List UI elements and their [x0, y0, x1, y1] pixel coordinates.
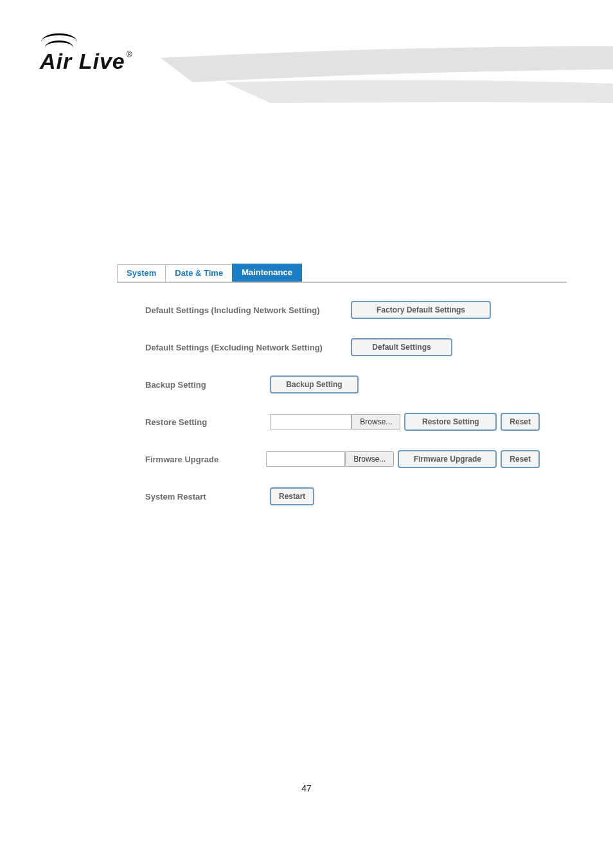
tab-maintenance[interactable]: Maintenance [232, 264, 302, 282]
label-default-exclude: Default Settings (Excluding Network Sett… [145, 343, 351, 352]
row-restart: System Restart Restart [145, 487, 544, 505]
row-backup: Backup Setting Backup Setting [145, 375, 544, 393]
label-restore: Restore Setting [145, 417, 270, 427]
firmware-browse-button[interactable]: Browse... [345, 451, 394, 467]
logo-arcs-icon [41, 32, 149, 50]
tabs: System Date & Time Maintenance [117, 264, 567, 282]
row-default-exclude: Default Settings (Excluding Network Sett… [145, 338, 544, 356]
logo: Air Live® [40, 36, 149, 74]
restore-setting-button[interactable]: Restore Setting [404, 413, 497, 431]
row-firmware: Firmware Upgrade Browse... Firmware Upgr… [145, 450, 544, 468]
maintenance-figure: System Date & Time Maintenance Default S… [117, 264, 567, 525]
firmware-reset-button[interactable]: Reset [501, 450, 540, 468]
tab-system[interactable]: System [117, 264, 166, 282]
factory-default-button[interactable]: Factory Default Settings [351, 301, 491, 319]
firmware-upgrade-button[interactable]: Firmware Upgrade [398, 450, 497, 468]
restore-file-input[interactable] [270, 414, 352, 429]
restart-button[interactable]: Restart [270, 487, 314, 505]
registered-mark: ® [127, 50, 133, 59]
row-default-include: Default Settings (Including Network Sett… [145, 301, 544, 319]
restore-reset-button[interactable]: Reset [501, 413, 540, 431]
tab-date-time[interactable]: Date & Time [165, 264, 233, 282]
label-restart: System Restart [145, 492, 270, 502]
logo-text: Air Live® [40, 49, 133, 74]
row-restore: Restore Setting Browse... Restore Settin… [145, 413, 544, 431]
firmware-file-input[interactable] [266, 451, 346, 467]
default-settings-button[interactable]: Default Settings [351, 338, 452, 356]
restore-browse-button[interactable]: Browse... [351, 414, 400, 429]
label-default-include: Default Settings (Including Network Sett… [145, 305, 351, 315]
form-rows: Default Settings (Including Network Sett… [117, 283, 567, 505]
logo-text-label: Air Live [40, 49, 125, 73]
backup-setting-button[interactable]: Backup Setting [270, 375, 359, 393]
page-number: 47 [0, 783, 613, 793]
label-firmware: Firmware Upgrade [145, 455, 266, 464]
label-backup: Backup Setting [145, 380, 270, 390]
